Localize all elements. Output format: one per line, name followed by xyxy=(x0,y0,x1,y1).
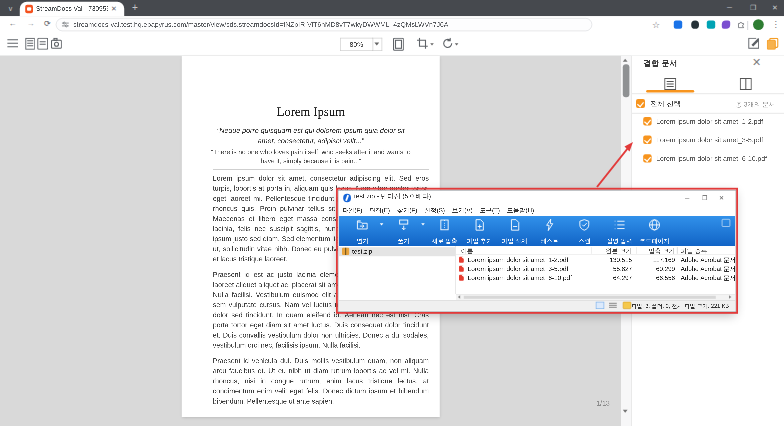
scroll-down-arrow[interactable] xyxy=(623,410,628,413)
site-settings-icon[interactable] xyxy=(62,21,69,28)
rotate-icon[interactable] xyxy=(442,38,453,49)
bandizip-menus xyxy=(341,206,593,216)
streamdocs-favicon xyxy=(25,5,33,13)
extensions-puzzle-icon[interactable] xyxy=(737,20,746,29)
reload-button[interactable]: ⟳ xyxy=(44,19,51,29)
thumbnail-panel-icon[interactable] xyxy=(25,38,35,50)
page-indicator xyxy=(585,399,621,409)
screen: v ✕ + ─ ❐ ✕ ← → ⟳ ☆ ⋮ ✕ ─ ❐ xyxy=(0,0,784,426)
tab-close-icon[interactable]: ✕ xyxy=(111,3,117,15)
extension-icon-1[interactable] xyxy=(674,20,682,28)
scroll-up-arrow[interactable] xyxy=(623,59,628,62)
extension-icon-3[interactable] xyxy=(707,20,715,28)
scrollbar-thumb[interactable] xyxy=(623,64,630,97)
bandizip-list-text xyxy=(339,246,735,294)
zoom-dropdown-caret[interactable] xyxy=(372,38,382,51)
window-maximize-button[interactable]: ❐ xyxy=(750,2,756,14)
bandizip-minimize-button[interactable]: ─ xyxy=(685,194,689,201)
view-details-icon[interactable] xyxy=(596,302,604,309)
crop-dropdown-caret[interactable] xyxy=(430,43,434,45)
fit-page-icon[interactable] xyxy=(393,38,404,51)
bookmark-star-icon[interactable]: ☆ xyxy=(652,19,660,30)
bandizip-logo-icon xyxy=(343,194,351,202)
browser-menu-icon[interactable]: ⋮ xyxy=(772,19,780,30)
tab-title xyxy=(36,4,108,13)
window-minimize-button[interactable]: ─ xyxy=(727,2,732,14)
page-number-icon[interactable] xyxy=(37,38,48,50)
tab-search-chevron-icon[interactable]: v xyxy=(4,3,17,14)
back-button[interactable]: ← xyxy=(9,19,17,29)
bandizip-title xyxy=(354,192,522,201)
hscroll-thumb[interactable] xyxy=(464,296,716,299)
hscroll-left-arrow[interactable] xyxy=(458,295,460,299)
zoom-value xyxy=(341,39,373,50)
bandizip-close-button[interactable]: ✕ xyxy=(719,194,724,201)
crop-icon[interactable] xyxy=(417,38,428,49)
copy-documents-icon[interactable] xyxy=(767,38,779,50)
bandizip-status-text xyxy=(615,301,729,311)
new-tab-button[interactable]: + xyxy=(132,3,138,13)
url-text xyxy=(73,20,586,30)
rotate-dropdown-caret[interactable] xyxy=(455,43,459,45)
extension-icon-2[interactable] xyxy=(691,20,699,28)
bandizip-tool-labels xyxy=(339,216,735,246)
viewer-toolbar xyxy=(0,33,784,56)
snapshot-icon[interactable] xyxy=(51,38,62,49)
hscroll-right-arrow[interactable] xyxy=(729,295,731,299)
menu-hamburger-icon[interactable] xyxy=(7,38,18,49)
forward-button[interactable]: → xyxy=(27,19,35,29)
window-close-button[interactable]: ✕ xyxy=(772,2,778,14)
extension-icon-4[interactable] xyxy=(722,20,730,28)
edit-icon[interactable] xyxy=(748,38,759,49)
bandizip-maximize-button[interactable]: ❐ xyxy=(702,194,707,201)
toolbar-separator xyxy=(747,21,748,30)
